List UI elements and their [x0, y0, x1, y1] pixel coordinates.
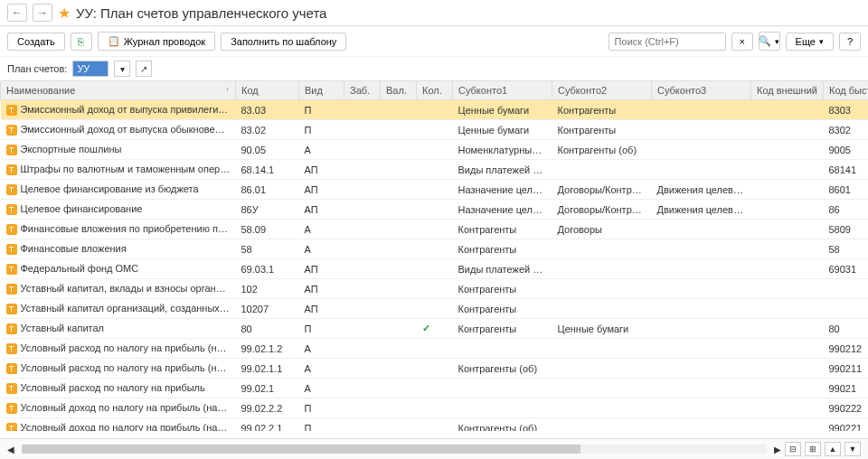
table-cell: П: [299, 418, 344, 432]
table-cell: [381, 120, 417, 140]
account-type-icon: T: [6, 105, 17, 116]
table-cell: Ценные бумаги: [552, 319, 652, 339]
table-row[interactable]: TЦелевое финансирование из бюджета86.01А…: [1, 180, 869, 200]
table-row[interactable]: TУсловный расход по налогу на прибыль (н…: [1, 339, 869, 359]
table-cell: 68141: [824, 160, 869, 180]
table-cell: [751, 418, 824, 432]
journal-icon: 📋: [108, 35, 120, 47]
table-row[interactable]: TФедеральный фонд ОМС69.03.1АПВиды плате…: [1, 259, 869, 279]
table-row[interactable]: TЭмиссионный доход от выпуска привилегир…: [1, 100, 869, 120]
nav-forward-button[interactable]: →: [33, 4, 52, 22]
table-cell: 83.02: [236, 120, 299, 140]
favorite-star-icon[interactable]: ★: [58, 5, 71, 22]
search-clear-button[interactable]: ×: [731, 33, 753, 51]
table-cell: [751, 319, 824, 339]
table-cell: TУсловный доход по налогу на прибыль (на…: [1, 398, 236, 418]
table-cell: TУсловный доход по налогу на прибыль (на…: [1, 418, 236, 432]
table-cell: 69.03.1: [236, 259, 299, 279]
table-row[interactable]: TУставный капитал, вклады и взносы орган…: [1, 279, 869, 299]
table-row[interactable]: TУставный капитал организаций, созданных…: [1, 299, 869, 319]
column-header[interactable]: Кол.: [417, 81, 453, 100]
table-cell: [652, 359, 751, 379]
copy-button[interactable]: ⎘: [71, 33, 92, 51]
table-cell: [552, 259, 652, 279]
table-cell: А: [299, 359, 344, 379]
table-cell: [652, 339, 751, 359]
column-header[interactable]: Субконто2: [552, 81, 652, 100]
table-cell: [381, 279, 417, 299]
table-cell: [417, 239, 453, 259]
table-cell: [417, 398, 453, 418]
page-title: УУ: План счетов управленческого учета: [76, 5, 326, 21]
table-cell: TУсловный расход по налогу на прибыль: [1, 379, 236, 398]
table-cell: [417, 100, 453, 120]
column-header[interactable]: Код быстрого выбора: [824, 81, 869, 100]
table-cell: 99.02.1: [236, 379, 299, 398]
table-cell: П: [299, 319, 344, 339]
column-header[interactable]: Субконто1: [453, 81, 552, 100]
filter-dropdown-button[interactable]: ▾: [114, 61, 130, 77]
table-cell: 990212: [824, 339, 869, 359]
table-cell: [344, 100, 381, 120]
table-row[interactable]: TУсловный расход по налогу на прибыль (н…: [1, 359, 869, 379]
table-cell: АП: [299, 200, 344, 220]
table-cell: А: [299, 339, 344, 359]
table-row[interactable]: TУсловный доход по налогу на прибыль (на…: [1, 418, 869, 432]
more-button[interactable]: Еще ▾: [786, 33, 834, 51]
table-cell: 10207: [236, 299, 299, 319]
table-cell: [824, 279, 869, 299]
filter-open-button[interactable]: ↗: [136, 61, 152, 77]
table-cell: Номенклатурные гру...: [453, 140, 552, 160]
table-cell: [381, 319, 417, 339]
table-row[interactable]: TЭкспортные пошлины90.05АНоменклатурные …: [1, 140, 869, 160]
column-header[interactable]: Вид: [299, 81, 344, 100]
table-row[interactable]: TФинансовые вложения по приобретению пра…: [1, 220, 869, 239]
filter-plan-input[interactable]: УУ: [72, 61, 108, 77]
tree-collapse-button[interactable]: ⊟: [785, 442, 801, 456]
account-type-icon: T: [6, 164, 17, 175]
scroll-left-button[interactable]: ◀: [7, 445, 14, 454]
go-bottom-button[interactable]: ▼: [844, 442, 861, 456]
column-header[interactable]: Код внешний: [751, 81, 824, 100]
search-input[interactable]: [609, 33, 726, 51]
column-header[interactable]: Заб.: [344, 81, 381, 100]
search-button[interactable]: 🔍▾: [759, 32, 780, 51]
tree-expand-button[interactable]: ⊞: [805, 442, 821, 456]
create-button[interactable]: Создать: [7, 33, 65, 51]
table-cell: [652, 220, 751, 239]
column-header[interactable]: Код: [236, 81, 299, 100]
fill-template-button[interactable]: Заполнить по шаблону: [221, 33, 346, 51]
table-cell: [381, 160, 417, 180]
accounts-table: Наименование↑КодВидЗаб.Вал.Кол.Субконто1…: [0, 80, 868, 431]
table-row[interactable]: TУсловный доход по налогу на прибыль (на…: [1, 398, 869, 418]
table-cell: [417, 418, 453, 432]
table-cell: 9005: [824, 140, 869, 160]
copy-icon: ⎘: [78, 36, 84, 47]
table-cell: TУставный капитал организаций, созданных…: [1, 299, 236, 319]
table-cell: 80: [824, 319, 869, 339]
table-row[interactable]: TУсловный расход по налогу на прибыль99.…: [1, 379, 869, 398]
table-cell: [652, 140, 751, 160]
help-button[interactable]: ?: [839, 33, 861, 51]
column-header[interactable]: Субконто3: [652, 81, 751, 100]
scroll-right-button[interactable]: ▶: [774, 445, 781, 454]
table-row[interactable]: TУставный капитал80П✓КонтрагентыЦенные б…: [1, 319, 869, 339]
table-cell: [652, 398, 751, 418]
nav-back-button[interactable]: ←: [7, 4, 27, 22]
column-header[interactable]: Наименование↑: [1, 81, 236, 100]
table-cell: П: [299, 120, 344, 140]
table-row[interactable]: TЦелевое финансирование86УАПНазначение ц…: [1, 200, 869, 220]
table-cell: [344, 180, 381, 200]
table-row[interactable]: TШтрафы по валютным и таможенным операци…: [1, 160, 869, 180]
accounts-table-scroll[interactable]: Наименование↑КодВидЗаб.Вал.Кол.Субконто1…: [0, 80, 868, 431]
horizontal-scrollbar[interactable]: [22, 445, 767, 454]
table-cell: Контрагенты: [453, 220, 552, 239]
column-header[interactable]: Вал.: [381, 81, 417, 100]
table-cell: [751, 120, 824, 140]
table-row[interactable]: TЭмиссионный доход от выпуска обыкновенн…: [1, 120, 869, 140]
table-row[interactable]: TФинансовые вложения58АКонтрагенты5858: [1, 239, 869, 259]
scroll-thumb[interactable]: [22, 445, 580, 454]
journal-button[interactable]: 📋 Журнал проводок: [98, 32, 215, 51]
table-cell: [417, 259, 453, 279]
go-top-button[interactable]: ▲: [825, 442, 841, 456]
